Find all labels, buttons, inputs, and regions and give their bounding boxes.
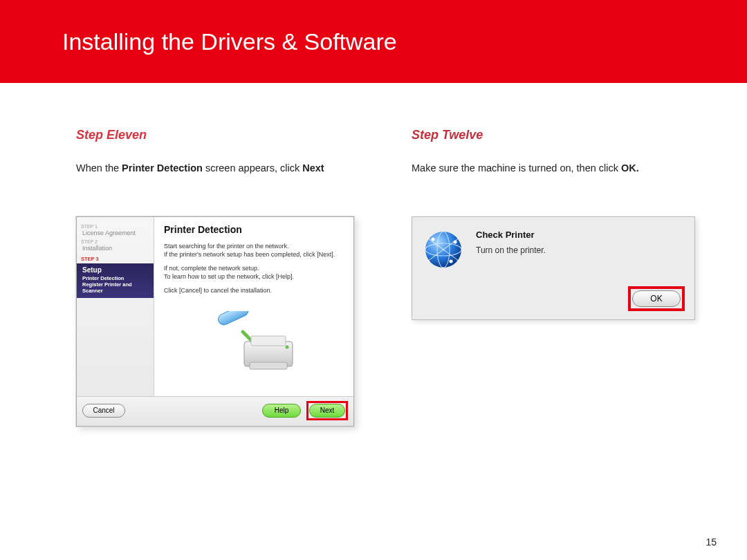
sidebar-item-license: License Agreement [82,230,151,236]
svg-rect-2 [251,336,286,346]
dialog-texts: Check Printer Turn on the printer. [476,230,685,270]
svg-point-10 [432,237,435,241]
text-fragment: screen appears, click [203,162,302,174]
ok-button[interactable]: OK [632,290,681,307]
dialog-message: Turn on the printer. [476,245,685,255]
printer-illustration [164,301,345,391]
globe-network-icon [423,230,463,270]
sidebar-active-setup: Setup Printer Detection Register Printer… [77,263,154,298]
wizard-main-panel: Printer Detection Start searching for th… [154,217,353,396]
svg-rect-0 [216,311,250,327]
wizard-body: STEP 1 License Agreement STEP 2 Installa… [77,217,353,396]
wizard-footer: Cancel Help Next [77,396,353,426]
step-twelve-column: Step Twelve Make sure the machine is tur… [412,128,706,427]
help-button[interactable]: Help [262,404,301,418]
step-twelve-heading: Step Twelve [412,128,706,142]
next-button-highlight: Next [306,401,348,420]
content-area: Step Eleven When the Printer Detection s… [0,83,747,427]
cancel-button[interactable]: Cancel [82,404,125,418]
text-bold: Printer Detection [122,162,203,174]
sidebar-item-installation: Installation [82,245,151,252]
sidebar-step1-tag: STEP 1 [81,224,151,229]
printer-network-icon [210,311,299,380]
step-eleven-column: Step Eleven When the Printer Detection s… [76,128,370,427]
svg-point-12 [450,259,453,263]
dialog-button-row: OK [423,286,685,311]
panel-title: Printer Detection [164,224,345,235]
svg-rect-3 [250,362,287,369]
header-band: Installing the Drivers & Software [0,0,747,83]
text-fragment: When the [76,162,122,174]
svg-point-11 [454,240,457,243]
svg-point-4 [286,345,289,348]
wizard-sidebar: STEP 1 License Agreement STEP 2 Installa… [77,217,154,396]
next-button[interactable]: Next [309,404,345,418]
sidebar-setup-sub: Printer Detection Register Printer and S… [82,275,149,294]
ok-button-highlight: OK [628,286,685,311]
check-printer-dialog: Check Printer Turn on the printer. OK [412,216,695,320]
printer-detection-wizard: STEP 1 License Agreement STEP 2 Installa… [76,216,354,427]
sidebar-setup-title: Setup [82,266,149,274]
text-bold: Next [302,162,324,174]
step-twelve-text: Make sure the machine is turned on, then… [412,162,706,175]
sidebar-step2-tag: STEP 2 [81,239,151,244]
text-bold: OK. [621,162,639,174]
page-title: Installing the Drivers & Software [62,28,397,55]
page-number: 15 [706,536,717,548]
text-fragment: Make sure the machine is turned on, then… [412,162,621,174]
dialog-title: Check Printer [476,230,685,240]
step-eleven-heading: Step Eleven [76,128,370,142]
step-eleven-text: When the Printer Detection screen appear… [76,162,370,175]
panel-line2: If not, complete the network setup. To l… [164,264,345,281]
dialog-body: Check Printer Turn on the printer. [423,230,685,270]
panel-line1: Start searching for the printer on the n… [164,242,345,259]
sidebar-step3-tag: STEP 3 [81,256,151,262]
panel-line3: Click [Cancel] to cancel the installatio… [164,286,345,295]
